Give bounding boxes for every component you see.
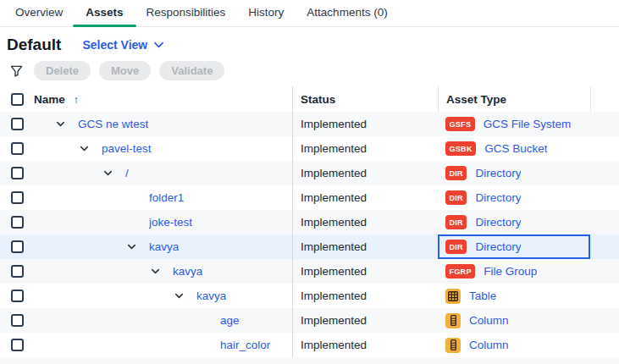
asset-type-link[interactable]: GCS Bucket (484, 142, 547, 155)
row-checkbox-cell (0, 234, 34, 259)
table-row[interactable]: kavyaImplementedFGRPFile Group (0, 259, 619, 284)
asset-type-cell: DIRDirectory (438, 234, 590, 259)
row-checkbox[interactable] (11, 290, 24, 302)
asset-name-link[interactable]: GCS ne wtest (78, 118, 148, 130)
row-checkbox-cell (0, 136, 34, 161)
row-checkbox[interactable] (11, 314, 24, 327)
sort-asc-icon[interactable]: ↑ (74, 93, 80, 106)
row-checkbox-cell (0, 112, 34, 136)
column-header-asset-type-label: Asset Type (446, 93, 506, 106)
chevron-down-icon[interactable] (126, 241, 138, 252)
name-cell: folder1 (34, 185, 292, 210)
asset-type-badge: DIR (445, 166, 467, 180)
asset-type-badge: GSBK (445, 141, 476, 156)
row-checkbox[interactable] (11, 265, 24, 278)
name-cell: hair_color (34, 333, 292, 357)
asset-type-link[interactable]: Column (469, 314, 509, 327)
asset-name-link[interactable]: joke-test (149, 216, 192, 229)
row-checkbox[interactable] (11, 167, 24, 179)
extra-cell (590, 112, 619, 136)
chevron-down-icon (153, 38, 164, 52)
row-checkbox[interactable] (11, 339, 24, 351)
move-button[interactable]: Move (99, 61, 151, 80)
status-cell: Implemented (292, 112, 438, 136)
column-header-asset-type[interactable]: Asset Type (438, 86, 590, 112)
asset-type-link[interactable]: Directory (475, 191, 521, 204)
chevron-down-icon[interactable] (55, 119, 67, 130)
select-all-checkbox[interactable] (11, 93, 24, 106)
extra-cell (590, 259, 619, 284)
extra-cell (590, 136, 619, 161)
row-checkbox-cell (0, 185, 34, 210)
status-text: Implemented (301, 265, 367, 278)
asset-type-cell: DIRDirectory (438, 161, 590, 185)
asset-type-cell: DIRDirectory (438, 210, 590, 234)
extra-cell (590, 210, 619, 234)
tab-overview[interactable]: Overview (15, 0, 63, 26)
name-cell: GCS ne wtest (34, 112, 292, 136)
asset-type-link[interactable]: Directory (475, 240, 521, 253)
tab-history[interactable]: History (248, 0, 284, 26)
row-checkbox-cell (0, 284, 34, 308)
funnel-icon[interactable] (7, 62, 25, 80)
asset-type-badge: DIR (445, 190, 467, 205)
column-header-name[interactable]: Name ↑ (34, 86, 292, 112)
asset-name-link[interactable]: / (125, 167, 129, 179)
asset-name-link[interactable]: folder1 (149, 191, 184, 204)
select-view-dropdown[interactable]: Select View (82, 38, 164, 52)
table-row[interactable]: /ImplementedDIRDirectory (0, 161, 619, 185)
table-row[interactable]: ageImplementedColumn (0, 308, 619, 333)
asset-name-link[interactable]: hair_color (220, 339, 270, 351)
row-checkbox[interactable] (11, 216, 24, 229)
table-body: GCS ne wtestImplementedGSFSGCS File Syst… (0, 112, 619, 357)
asset-name-link[interactable]: kavya (196, 290, 226, 302)
extra-cell (590, 185, 619, 210)
row-checkbox[interactable] (11, 118, 24, 130)
table-row[interactable]: kavyaImplementedDIRDirectory (0, 234, 619, 259)
row-checkbox[interactable] (11, 240, 24, 253)
asset-type-link[interactable]: Directory (475, 216, 521, 229)
chevron-down-icon[interactable] (150, 266, 162, 277)
asset-type-link[interactable]: Table (469, 290, 496, 302)
status-cell: Implemented (292, 185, 438, 210)
table-row[interactable]: GCS ne wtestImplementedGSFSGCS File Syst… (0, 112, 619, 136)
toolbar: DeleteMoveValidate (0, 61, 619, 80)
asset-type-link[interactable]: File Group (484, 265, 537, 278)
row-checkbox[interactable] (11, 142, 24, 155)
table-row[interactable]: pavel-testImplementedGSBKGCS Bucket (0, 136, 619, 161)
chevron-down-icon[interactable] (174, 290, 185, 301)
asset-type-link[interactable]: GCS File System (484, 118, 572, 130)
status-text: Implemented (301, 167, 367, 179)
row-checkbox[interactable] (11, 191, 24, 204)
table-row[interactable]: joke-testImplementedDIRDirectory (0, 210, 619, 234)
asset-name-link[interactable]: kavya (149, 240, 179, 253)
select-all-cell (0, 86, 34, 112)
status-cell: Implemented (292, 333, 438, 357)
asset-type-link[interactable]: Directory (475, 167, 521, 179)
select-view-label: Select View (82, 38, 147, 52)
validate-button[interactable]: Validate (159, 61, 224, 80)
column-header-status[interactable]: Status (292, 86, 438, 112)
tab-attachments-0[interactable]: Attachments (0) (307, 0, 387, 26)
asset-name-link[interactable]: age (220, 314, 240, 327)
status-cell: Implemented (292, 259, 438, 284)
name-cell: kavya (34, 234, 292, 259)
delete-button[interactable]: Delete (34, 61, 91, 80)
table-row[interactable]: folder1ImplementedDIRDirectory (0, 185, 619, 210)
asset-type-badge: DIR (445, 215, 467, 229)
status-cell: Implemented (292, 136, 438, 161)
table-row[interactable]: hair_colorImplementedColumn (0, 333, 619, 357)
tab-assets[interactable]: Assets (86, 0, 123, 26)
chevron-down-icon[interactable] (79, 143, 91, 154)
tab-bar: OverviewAssetsResponsibilitiesHistoryAtt… (0, 0, 619, 27)
column-icon (445, 338, 461, 353)
chevron-down-icon[interactable] (102, 168, 114, 179)
status-cell: Implemented (292, 161, 438, 185)
row-checkbox-cell (0, 308, 34, 333)
asset-type-link[interactable]: Column (469, 339, 509, 351)
asset-name-link[interactable]: pavel-test (102, 142, 152, 155)
table-row[interactable]: kavyaImplementedTable (0, 284, 619, 308)
asset-name-link[interactable]: kavya (173, 265, 202, 278)
tab-responsibilities[interactable]: Responsibilities (146, 0, 226, 26)
status-text: Implemented (301, 118, 367, 130)
